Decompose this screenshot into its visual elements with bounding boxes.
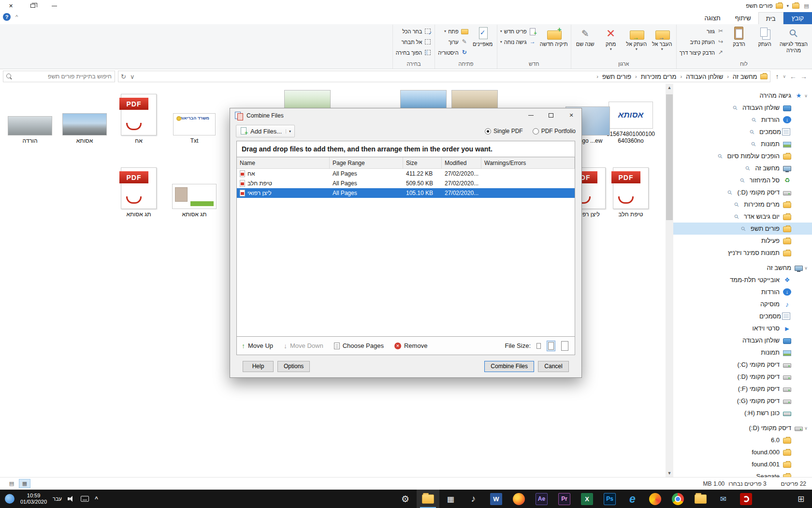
back-button[interactable]: → [800,73,807,80]
dialog-file-row[interactable]: טיפת חלב All Pages 509.50 KB 27/02/2020.… [237,179,575,188]
nav-item[interactable]: הופכים עולמות סיום ⚲ [673,150,812,162]
column-header-name[interactable]: Name [237,157,330,168]
volume-icon[interactable] [68,496,75,502]
open-button[interactable]: פתח▾ [436,27,469,36]
nav-item[interactable]: מסמכים [673,310,812,322]
paste-button[interactable]: הדבק [726,25,752,47]
nav-item[interactable]: הורדות [673,286,812,298]
properties-button[interactable]: מאפיינים [470,25,495,47]
history-button[interactable]: היסטוריה [436,48,469,57]
nav-item[interactable]: מוסיקה [673,298,812,310]
nav-item[interactable]: שולחן העבודה ⚲ [673,102,812,114]
nav-item[interactable]: אובייקטי תלת-ממד [673,274,812,286]
nav-item[interactable]: 6.0 [673,434,812,446]
choose-pages-button[interactable]: Choose Pages [334,342,384,349]
help-button[interactable]: Help [243,361,274,372]
nav-item[interactable]: הורדות ⚲ [673,114,812,126]
nav-pane-scrollbar[interactable]: ▲ ▼ [666,84,673,477]
pdf-portfolio-radio[interactable]: PDF Portfolio [533,128,576,134]
taskbar-app-button[interactable] [417,490,439,508]
taskbar-clock[interactable]: 10:59 01/03/2020 [20,493,47,505]
taskbar-app-button[interactable]: W [485,490,508,508]
nav-item[interactable]: ∨ מחשב זה [673,262,812,274]
file-item[interactable]: תג אסותא [169,164,220,218]
select-all-button[interactable]: בחר הכל [394,27,434,36]
medium-size-option[interactable] [547,341,555,351]
up-button[interactable]: ↑ [775,73,779,80]
copy-path-button[interactable]: העתק נתיב [678,37,726,46]
nav-expand-chevron[interactable]: ∨ [803,93,809,98]
nav-item[interactable]: יום גיבוש אדר ⚲ [673,210,812,223]
file-item[interactable]: PDF תג אסותא [113,164,164,218]
address-bar[interactable]: מחשב זה‹ שולחן העבודה‹ מרים מזכירות‹ פור… [118,71,770,82]
taskbar-app-button[interactable]: ▦ [439,490,462,508]
cancel-button[interactable]: Cancel [538,361,569,372]
taskbar-app-button[interactable] [689,490,712,508]
tray-app-icon[interactable] [5,494,14,504]
large-size-option[interactable] [560,340,570,352]
move-down-button[interactable]: ↓Move Down [284,342,323,350]
breadcrumb-item[interactable]: שולחן העבודה [682,73,726,80]
move-up-button[interactable]: ↑Move Up [242,342,273,350]
dialog-file-row[interactable]: אח All Pages 411.22 KB 27/02/2020... [237,169,575,179]
nav-item[interactable]: ∨ דיסק מקומי (D:) [673,422,812,434]
rename-button[interactable]: שנה שם [573,25,598,47]
nav-item[interactable]: סל המיחזור ⚲ [673,174,812,186]
taskbar-app-button[interactable]: Pr [553,490,576,508]
thumbnails-view-button[interactable]: ▦ [19,479,30,488]
paste-shortcut-button[interactable]: הדבק קיצור דרך [678,48,726,57]
touch-keyboard-icon[interactable] [81,496,89,502]
file-item[interactable]: משרד הבריאות Txt [169,90,220,144]
cut-button[interactable]: גזור [678,27,726,36]
file-item[interactable]: הורדה [4,90,56,144]
taskbar-app-button[interactable] [508,490,530,508]
copy-to-button[interactable]: העתק אל ▾ [624,25,649,51]
move-to-button[interactable]: העבר אל ▾ [650,25,675,51]
nav-item[interactable]: found.001 [673,458,812,470]
nav-item[interactable]: דיסק מקומי (D:) [673,371,812,383]
search-input[interactable] [15,73,112,80]
taskbar-app-button[interactable]: ♪ [462,490,485,508]
new-item-button[interactable]: פריט חדש▾ [499,27,538,36]
nav-item[interactable]: תמונות ⚲ [673,138,812,150]
nav-item[interactable]: כונן רשת (H:) [673,407,812,419]
dialog-minimize-button[interactable] [521,108,541,122]
delete-button[interactable]: מחק ▾ [598,25,624,51]
file-item[interactable]: PDF אח [113,90,164,144]
taskbar-app-button[interactable] [644,490,667,508]
scrollbar-thumb[interactable] [666,94,673,220]
nav-item[interactable]: דיסק מקומי (D:) ⚲ [673,186,812,198]
nav-item[interactable]: מחשב זה ⚲ [673,162,812,174]
tab-home[interactable]: בית [758,12,783,24]
column-header-modified[interactable]: Modified [442,157,481,168]
refresh-button[interactable]: ↻ [121,73,126,80]
help-button[interactable]: ? [3,13,11,21]
edit-button[interactable]: ערוך [436,37,469,46]
dialog-title-bar[interactable]: Combine Files ✕ [230,108,581,122]
taskbar-app-button[interactable]: X [576,490,598,508]
invert-selection-button[interactable]: הפוך בחירה [394,48,434,57]
tab-file[interactable]: קובץ [783,12,812,24]
nav-item[interactable]: מרים מזכירות ⚲ [673,198,812,210]
remove-button[interactable]: ✕Remove [394,342,427,349]
pin-to-quick-access-button[interactable]: הצמד לגישה מהירה [778,25,810,54]
show-hidden-icons-chevron[interactable]: ^ [95,495,98,502]
add-files-button[interactable]: Add Files... ▾ [236,125,295,137]
taskbar-app-button[interactable] [667,490,689,508]
file-rows[interactable]: אח All Pages 411.22 KB 27/02/2020... טיפ… [237,169,575,336]
qat-newfolder-button[interactable] [792,3,799,9]
select-none-button[interactable]: אל תבחר [394,37,434,46]
nav-item[interactable]: found.000 [673,446,812,458]
start-button[interactable]: ⊞ [790,490,812,508]
column-header-warnings[interactable]: Warnings/Errors [481,157,575,168]
nav-item[interactable]: שולחן העבודה [673,334,812,346]
easy-access-button[interactable]: גישה נוחה▾ [499,37,538,46]
nav-item[interactable]: ∨ גישה מהירה [673,90,812,102]
add-files-dropdown-arrow[interactable]: ▾ [286,129,291,134]
taskbar-app-button[interactable]: ✉ [712,490,735,508]
nav-item[interactable]: תמונות [673,346,812,359]
restore-button[interactable] [22,0,44,12]
tab-share[interactable]: שיתוף [728,12,758,24]
nav-item[interactable]: פורים תשפ ⚲ [673,223,812,235]
nav-item[interactable]: דיסק מקומי (C:) [673,359,812,371]
